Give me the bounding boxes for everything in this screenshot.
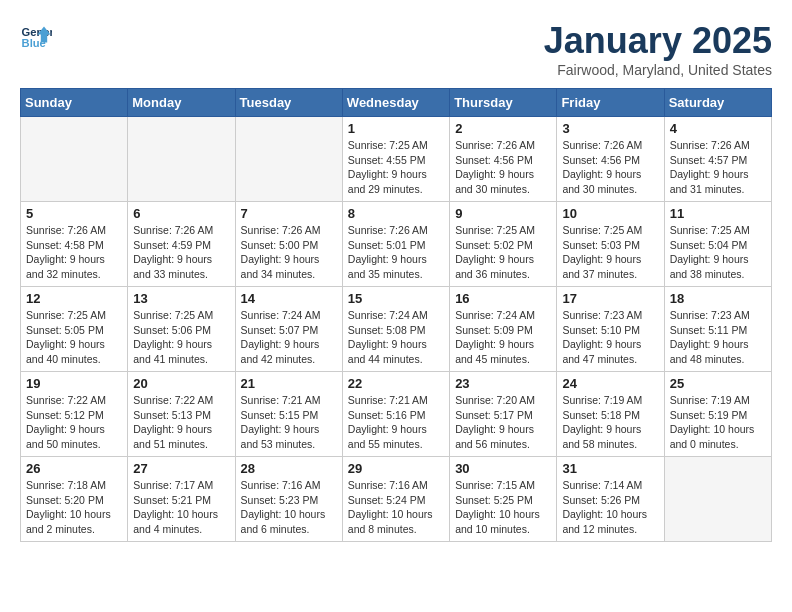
day-number: 16 <box>455 291 551 306</box>
calendar-day-cell: 15Sunrise: 7:24 AM Sunset: 5:08 PM Dayli… <box>342 287 449 372</box>
calendar-day-cell: 10Sunrise: 7:25 AM Sunset: 5:03 PM Dayli… <box>557 202 664 287</box>
logo-icon: General Blue <box>20 20 52 52</box>
day-number: 25 <box>670 376 766 391</box>
day-number: 8 <box>348 206 444 221</box>
day-info: Sunrise: 7:25 AM Sunset: 5:04 PM Dayligh… <box>670 223 766 282</box>
day-number: 3 <box>562 121 658 136</box>
day-number: 22 <box>348 376 444 391</box>
day-info: Sunrise: 7:25 AM Sunset: 5:03 PM Dayligh… <box>562 223 658 282</box>
calendar-day-cell: 26Sunrise: 7:18 AM Sunset: 5:20 PM Dayli… <box>21 457 128 542</box>
calendar-day-cell: 11Sunrise: 7:25 AM Sunset: 5:04 PM Dayli… <box>664 202 771 287</box>
day-info: Sunrise: 7:26 AM Sunset: 4:59 PM Dayligh… <box>133 223 229 282</box>
day-info: Sunrise: 7:24 AM Sunset: 5:08 PM Dayligh… <box>348 308 444 367</box>
calendar-day-cell: 5Sunrise: 7:26 AM Sunset: 4:58 PM Daylig… <box>21 202 128 287</box>
calendar-week-row: 12Sunrise: 7:25 AM Sunset: 5:05 PM Dayli… <box>21 287 772 372</box>
calendar-day-cell: 18Sunrise: 7:23 AM Sunset: 5:11 PM Dayli… <box>664 287 771 372</box>
weekday-header: Sunday <box>21 89 128 117</box>
day-info: Sunrise: 7:19 AM Sunset: 5:19 PM Dayligh… <box>670 393 766 452</box>
calendar-week-row: 1Sunrise: 7:25 AM Sunset: 4:55 PM Daylig… <box>21 117 772 202</box>
day-number: 4 <box>670 121 766 136</box>
day-number: 27 <box>133 461 229 476</box>
day-number: 5 <box>26 206 122 221</box>
day-info: Sunrise: 7:26 AM Sunset: 5:00 PM Dayligh… <box>241 223 337 282</box>
calendar-day-cell: 1Sunrise: 7:25 AM Sunset: 4:55 PM Daylig… <box>342 117 449 202</box>
day-info: Sunrise: 7:21 AM Sunset: 5:15 PM Dayligh… <box>241 393 337 452</box>
calendar-table: SundayMondayTuesdayWednesdayThursdayFrid… <box>20 88 772 542</box>
day-info: Sunrise: 7:24 AM Sunset: 5:09 PM Dayligh… <box>455 308 551 367</box>
day-info: Sunrise: 7:22 AM Sunset: 5:12 PM Dayligh… <box>26 393 122 452</box>
calendar-day-cell: 17Sunrise: 7:23 AM Sunset: 5:10 PM Dayli… <box>557 287 664 372</box>
day-info: Sunrise: 7:19 AM Sunset: 5:18 PM Dayligh… <box>562 393 658 452</box>
day-info: Sunrise: 7:26 AM Sunset: 4:56 PM Dayligh… <box>455 138 551 197</box>
day-info: Sunrise: 7:23 AM Sunset: 5:11 PM Dayligh… <box>670 308 766 367</box>
day-number: 19 <box>26 376 122 391</box>
calendar-week-row: 19Sunrise: 7:22 AM Sunset: 5:12 PM Dayli… <box>21 372 772 457</box>
calendar-day-cell: 30Sunrise: 7:15 AM Sunset: 5:25 PM Dayli… <box>450 457 557 542</box>
day-info: Sunrise: 7:25 AM Sunset: 5:06 PM Dayligh… <box>133 308 229 367</box>
calendar-day-cell <box>128 117 235 202</box>
day-number: 11 <box>670 206 766 221</box>
day-number: 30 <box>455 461 551 476</box>
day-info: Sunrise: 7:25 AM Sunset: 4:55 PM Dayligh… <box>348 138 444 197</box>
day-number: 10 <box>562 206 658 221</box>
day-number: 20 <box>133 376 229 391</box>
day-number: 29 <box>348 461 444 476</box>
day-number: 17 <box>562 291 658 306</box>
calendar-week-row: 26Sunrise: 7:18 AM Sunset: 5:20 PM Dayli… <box>21 457 772 542</box>
weekday-header-row: SundayMondayTuesdayWednesdayThursdayFrid… <box>21 89 772 117</box>
calendar-day-cell: 8Sunrise: 7:26 AM Sunset: 5:01 PM Daylig… <box>342 202 449 287</box>
weekday-header: Tuesday <box>235 89 342 117</box>
calendar-day-cell: 12Sunrise: 7:25 AM Sunset: 5:05 PM Dayli… <box>21 287 128 372</box>
calendar-day-cell: 28Sunrise: 7:16 AM Sunset: 5:23 PM Dayli… <box>235 457 342 542</box>
day-number: 15 <box>348 291 444 306</box>
weekday-header: Monday <box>128 89 235 117</box>
day-number: 31 <box>562 461 658 476</box>
day-number: 7 <box>241 206 337 221</box>
day-number: 26 <box>26 461 122 476</box>
day-number: 1 <box>348 121 444 136</box>
calendar-day-cell: 21Sunrise: 7:21 AM Sunset: 5:15 PM Dayli… <box>235 372 342 457</box>
day-info: Sunrise: 7:23 AM Sunset: 5:10 PM Dayligh… <box>562 308 658 367</box>
day-info: Sunrise: 7:24 AM Sunset: 5:07 PM Dayligh… <box>241 308 337 367</box>
day-number: 6 <box>133 206 229 221</box>
logo: General Blue <box>20 20 52 52</box>
calendar-day-cell <box>21 117 128 202</box>
day-info: Sunrise: 7:20 AM Sunset: 5:17 PM Dayligh… <box>455 393 551 452</box>
day-number: 14 <box>241 291 337 306</box>
day-number: 18 <box>670 291 766 306</box>
weekday-header: Wednesday <box>342 89 449 117</box>
calendar-day-cell: 31Sunrise: 7:14 AM Sunset: 5:26 PM Dayli… <box>557 457 664 542</box>
weekday-header: Saturday <box>664 89 771 117</box>
day-number: 12 <box>26 291 122 306</box>
day-info: Sunrise: 7:21 AM Sunset: 5:16 PM Dayligh… <box>348 393 444 452</box>
calendar-day-cell: 13Sunrise: 7:25 AM Sunset: 5:06 PM Dayli… <box>128 287 235 372</box>
day-info: Sunrise: 7:14 AM Sunset: 5:26 PM Dayligh… <box>562 478 658 537</box>
calendar-day-cell <box>664 457 771 542</box>
calendar-day-cell: 14Sunrise: 7:24 AM Sunset: 5:07 PM Dayli… <box>235 287 342 372</box>
calendar-day-cell: 4Sunrise: 7:26 AM Sunset: 4:57 PM Daylig… <box>664 117 771 202</box>
day-info: Sunrise: 7:25 AM Sunset: 5:02 PM Dayligh… <box>455 223 551 282</box>
calendar-day-cell: 19Sunrise: 7:22 AM Sunset: 5:12 PM Dayli… <box>21 372 128 457</box>
calendar-day-cell: 6Sunrise: 7:26 AM Sunset: 4:59 PM Daylig… <box>128 202 235 287</box>
day-info: Sunrise: 7:25 AM Sunset: 5:05 PM Dayligh… <box>26 308 122 367</box>
day-number: 9 <box>455 206 551 221</box>
day-info: Sunrise: 7:15 AM Sunset: 5:25 PM Dayligh… <box>455 478 551 537</box>
calendar-day-cell: 29Sunrise: 7:16 AM Sunset: 5:24 PM Dayli… <box>342 457 449 542</box>
calendar-day-cell <box>235 117 342 202</box>
calendar-day-cell: 24Sunrise: 7:19 AM Sunset: 5:18 PM Dayli… <box>557 372 664 457</box>
day-info: Sunrise: 7:26 AM Sunset: 5:01 PM Dayligh… <box>348 223 444 282</box>
day-number: 13 <box>133 291 229 306</box>
day-number: 21 <box>241 376 337 391</box>
location: Fairwood, Maryland, United States <box>544 62 772 78</box>
day-info: Sunrise: 7:26 AM Sunset: 4:56 PM Dayligh… <box>562 138 658 197</box>
weekday-header: Thursday <box>450 89 557 117</box>
calendar-day-cell: 22Sunrise: 7:21 AM Sunset: 5:16 PM Dayli… <box>342 372 449 457</box>
calendar-day-cell: 20Sunrise: 7:22 AM Sunset: 5:13 PM Dayli… <box>128 372 235 457</box>
calendar-day-cell: 27Sunrise: 7:17 AM Sunset: 5:21 PM Dayli… <box>128 457 235 542</box>
day-info: Sunrise: 7:16 AM Sunset: 5:23 PM Dayligh… <box>241 478 337 537</box>
day-info: Sunrise: 7:22 AM Sunset: 5:13 PM Dayligh… <box>133 393 229 452</box>
day-info: Sunrise: 7:26 AM Sunset: 4:57 PM Dayligh… <box>670 138 766 197</box>
calendar-day-cell: 25Sunrise: 7:19 AM Sunset: 5:19 PM Dayli… <box>664 372 771 457</box>
calendar-day-cell: 3Sunrise: 7:26 AM Sunset: 4:56 PM Daylig… <box>557 117 664 202</box>
day-number: 23 <box>455 376 551 391</box>
